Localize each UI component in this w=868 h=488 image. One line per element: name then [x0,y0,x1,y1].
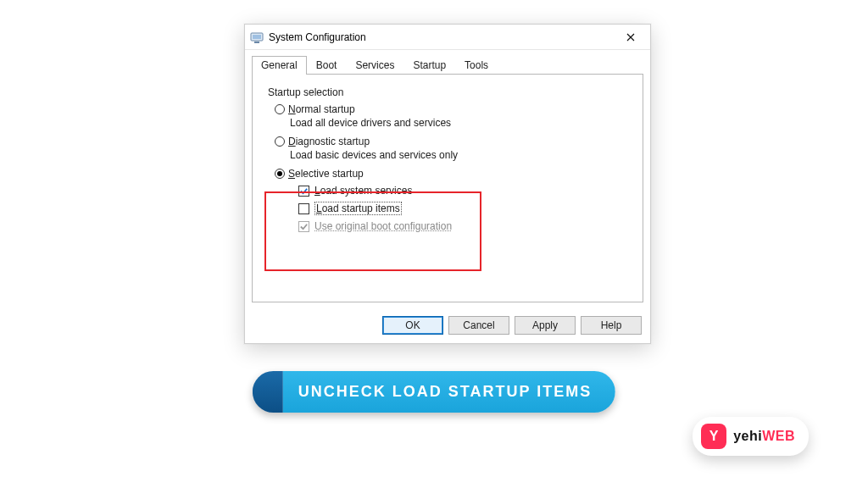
msconfig-icon [250,30,264,44]
caption-accent [253,371,283,413]
radio-selective-startup[interactable]: Selective startup [275,168,629,180]
startup-selection-label: Startup selection [268,86,629,98]
logo-text: yehiWEB [733,429,795,444]
checkbox-load-startup-items[interactable]: Load startup items [298,202,629,215]
msconfig-window: System Configuration General Boot Servic… [244,24,651,344]
checkbox-label: Use original boot configuration [314,220,452,232]
tab-tools[interactable]: Tools [455,56,498,75]
site-logo: Y yehiWEB [693,417,809,456]
radio-label: Selective startup [288,168,364,180]
close-button[interactable] [616,28,645,47]
radio-label: Normal startup [288,103,355,115]
checkbox-use-original-boot: Use original boot configuration [298,220,629,232]
tab-services[interactable]: Services [346,56,403,75]
help-button[interactable]: Help [581,316,642,335]
normal-startup-desc: Load all device drivers and services [290,117,629,129]
diagnostic-startup-desc: Load basic devices and services only [290,149,629,161]
radio-normal-startup[interactable]: Normal startup [275,103,629,115]
radio-diagnostic-startup[interactable]: Diagnostic startup [275,136,629,147]
svg-rect-1 [253,35,261,39]
tab-boot[interactable]: Boot [307,56,347,75]
tab-panel-general: Startup selection Normal startup Load al… [252,74,643,302]
window-title: System Configuration [269,31,616,43]
checkbox-icon [298,203,309,214]
apply-button[interactable]: Apply [515,316,576,335]
tab-strip: General Boot Services Startup Tools [245,50,650,74]
titlebar: System Configuration [245,25,650,50]
radio-label: Diagnostic startup [288,136,370,147]
tab-general[interactable]: General [252,56,307,75]
caption-text: UNCHECK LOAD STARTUP ITEMS [283,371,615,413]
tab-startup[interactable]: Startup [403,56,455,75]
checkbox-label: Load startup items [314,202,402,215]
checkbox-icon [298,186,309,197]
radio-icon [275,104,285,114]
cancel-button[interactable]: Cancel [448,316,509,335]
logo-mark: Y [701,424,726,449]
checkbox-load-system-services[interactable]: Load system services [298,185,629,197]
caption-banner: UNCHECK LOAD STARTUP ITEMS [253,371,615,413]
ok-button[interactable]: OK [382,316,443,335]
svg-rect-2 [254,42,259,43]
checkbox-icon [298,221,309,232]
radio-icon [275,169,285,179]
radio-icon [275,136,285,147]
checkbox-label: Load system services [314,185,412,197]
dialog-button-bar: OK Cancel Apply Help [245,309,650,343]
